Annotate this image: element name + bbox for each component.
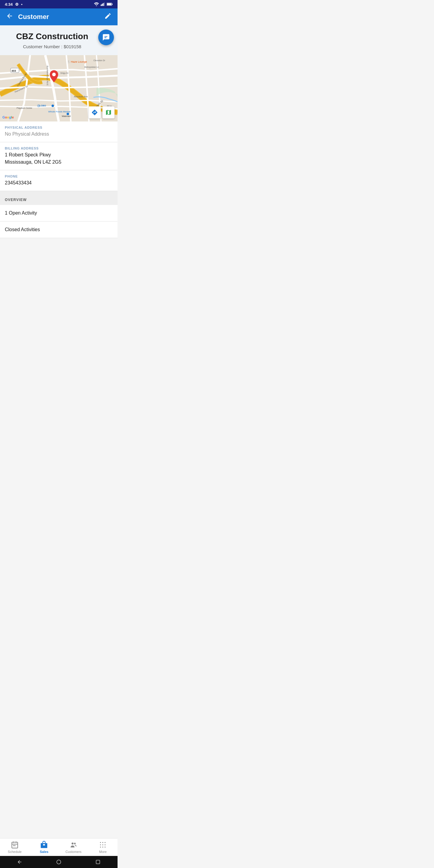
phone-section: PHONE 2345433434 [0,170,118,191]
wifi-icon [94,2,99,6]
customer-name: CBZ Construction [5,31,99,41]
physical-address-label: PHYSICAL ADDRESS [5,126,113,129]
sim-icon: ▪ [21,2,23,7]
map-overlay-buttons [89,106,115,119]
status-bar-right [94,2,113,6]
phone-value: 2345433434 [5,179,113,187]
svg-text:Walmart: Walmart [62,115,71,118]
svg-rect-2 [102,4,103,6]
svg-text:LCBO: LCBO [39,104,46,107]
settings-icon: ⚙ [15,2,19,7]
svg-text:Shipp Dr: Shipp Dr [60,72,69,74]
app-bar: Customer [0,8,118,25]
billing-address-label: BILLING ADDRESS [5,147,113,150]
page-title: Customer [18,13,49,21]
status-bar: 4:34 ⚙ ▪ [0,0,118,8]
time-label: 4:34 [5,2,13,7]
svg-rect-3 [103,3,104,6]
overview-item-open-activity[interactable]: 1 Open Activity [0,205,118,221]
overview-header: OVERVIEW [0,195,118,205]
signal-icon [101,2,105,6]
back-button[interactable] [5,11,14,23]
svg-text:Playdium Centre: Playdium Centre [17,107,32,110]
svg-point-29 [52,73,56,76]
svg-rect-6 [107,3,111,5]
physical-address-value: No Physical Address [5,130,113,138]
directions-button[interactable] [89,106,101,119]
svg-point-25 [52,104,54,107]
open-maps-button[interactable] [102,106,115,119]
chat-fab-button[interactable] [98,30,114,45]
svg-text:Haze Lounge: Haze Lounge [71,60,87,63]
google-logo: Google [2,116,14,119]
physical-address-section: PHYSICAL ADDRESS No Physical Address [0,121,118,142]
app-bar-left: Customer [5,11,49,23]
svg-rect-1 [101,4,101,6]
edit-button[interactable] [103,11,113,23]
billing-address-section: BILLING ADDRESS 1 Robert Speck Pkwy Miss… [0,142,118,170]
svg-text:403: 403 [11,69,16,72]
overview-item-closed-activities[interactable]: Closed Activities [0,221,118,238]
svg-rect-7 [112,4,113,5]
phone-label: PHONE [5,175,113,178]
customer-header: CBZ Construction Customer Number : $0191… [0,25,118,55]
svg-point-0 [96,5,97,6]
status-bar-left: 4:34 ⚙ ▪ [5,2,23,7]
map-pin [50,70,58,84]
svg-text:Bishopstoke Ln: Bishopstoke Ln [84,66,99,68]
customer-number: Customer Number : $019158 [5,44,99,49]
battery-icon [107,2,113,6]
billing-address-line1: 1 Robert Speck Pkwy [5,151,113,158]
map-container[interactable]: Hurontario St Burnhamthorpe Rd E Shipp D… [0,55,118,121]
svg-text:Whole Foods Market: Whole Foods Market [48,110,71,113]
chat-icon [102,33,110,41]
svg-point-26 [67,113,69,115]
section-divider [0,191,118,195]
billing-address-line2: Mississauga, ON L4Z 2G5 [5,158,113,166]
svg-point-19 [37,104,40,107]
svg-text:Absolute Ave: Absolute Ave [74,95,88,98]
svg-text:🍴: 🍴 [67,60,71,64]
svg-text:Burnhamthorpe Rd E: Burnhamthorpe Rd E [46,66,49,86]
svg-rect-4 [104,2,105,6]
svg-text:Clevedon Dr: Clevedon Dr [93,59,105,61]
